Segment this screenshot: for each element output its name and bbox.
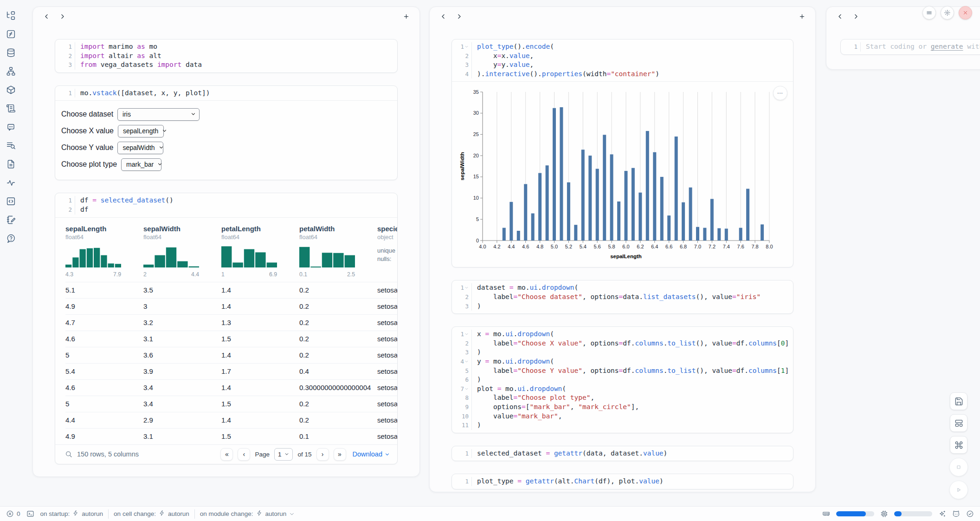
menu-button[interactable]	[922, 6, 936, 20]
table-cell: 3.1	[143, 335, 221, 343]
prev-page-button[interactable]: ‹	[238, 448, 250, 461]
column-header-sepalLength[interactable]: sepalLength	[65, 225, 143, 233]
layout-button[interactable]	[950, 414, 967, 432]
svg-text:6.2: 6.2	[637, 244, 644, 249]
connection-status-icon[interactable]	[966, 510, 974, 518]
sidebar-item-help[interactable]	[5, 232, 17, 244]
sidebar-item-activity[interactable]	[5, 176, 17, 189]
table-row: 4.63.41.40.30000000000000004setosa	[65, 379, 397, 396]
download-button[interactable]: Download	[353, 450, 390, 458]
code-line: 1Start coding or generate with AI	[841, 42, 980, 52]
table-cell: 3.9	[143, 367, 221, 375]
command-palette-button[interactable]	[950, 436, 967, 454]
table-cell: 4.9	[65, 432, 143, 440]
dataframe-output: sepalLength float64 4.37.9sepalWidth flo…	[55, 217, 397, 464]
column-header-sepalWidth[interactable]: sepalWidth	[143, 225, 221, 233]
code-editor-plottype[interactable]: 1plot_type = getattr(alt.Chart(df), plot…	[452, 474, 793, 489]
code-editor-empty[interactable]: 1Start coding or generate with AI	[841, 39, 980, 54]
settings-button[interactable]	[941, 6, 954, 20]
sidebar-item-snippets[interactable]	[5, 158, 17, 170]
code-editor-imports[interactable]: 1import marimo as mo2import altair as al…	[55, 39, 397, 72]
table-row: 5.43.91.70.4setosa	[65, 363, 397, 379]
code-editor-xyplot[interactable]: 1x = mo.ui.dropdown(2 label="Choose X va…	[452, 327, 793, 433]
code-line: 6)	[452, 375, 793, 384]
runtime-config-0[interactable]: on startup: autorun	[40, 510, 103, 518]
run-button[interactable]	[949, 481, 968, 499]
shutdown-button[interactable]	[959, 6, 972, 20]
sidebar-item-dependency-graph[interactable]	[5, 65, 17, 77]
chevron-down-icon	[289, 511, 295, 517]
choose-x-value-select[interactable]: sepalLength	[118, 125, 164, 137]
fold-chevron-icon[interactable]	[464, 384, 469, 394]
cpu-usage-meter	[894, 511, 932, 516]
choose-dataset-select[interactable]: iris	[117, 108, 200, 121]
sidebar-item-scroll[interactable]	[5, 102, 17, 114]
table-cell: setosa	[377, 319, 397, 326]
code-line: 3)	[452, 302, 793, 311]
altair-bar-chart[interactable]: 4.04.24.44.64.85.05.25.45.65.86.06.26.46…	[458, 87, 787, 263]
add-cell-icon[interactable]	[402, 12, 410, 20]
sidebar-item-code-block[interactable]	[5, 195, 17, 207]
code-line: 2 label="Choose dataset", options=data.l…	[452, 293, 793, 302]
chevron-right-icon[interactable]	[851, 12, 860, 20]
code-editor-df[interactable]: 1df = selected_dataset()2df	[55, 193, 397, 217]
last-page-button[interactable]: »	[334, 448, 346, 461]
code-line: 4).interactive().properties(width="conta…	[452, 70, 793, 79]
column-header-petalWidth[interactable]: petalWidth	[299, 225, 377, 233]
chevron-left-icon[interactable]	[439, 12, 447, 20]
runtime-config-1[interactable]: on cell change: autorun	[114, 510, 189, 518]
chevron-left-icon[interactable]	[42, 12, 51, 20]
fold-chevron-icon[interactable]	[464, 283, 469, 293]
choose-y-value-select[interactable]: sepalWidth	[117, 142, 163, 154]
table-cell: setosa	[377, 384, 397, 391]
next-page-button[interactable]: ›	[316, 448, 329, 461]
log-search-icon	[6, 141, 16, 150]
file-tree-icon	[6, 11, 16, 20]
fold-chevron-icon[interactable]	[464, 42, 469, 52]
search-icon[interactable]	[65, 450, 72, 458]
sidebar-item-functions[interactable]	[5, 28, 17, 40]
ai-sparkles-icon[interactable]	[938, 510, 946, 518]
page-select[interactable]: 1	[274, 448, 293, 461]
choose-plot-type-select[interactable]: mark_bar	[121, 158, 161, 171]
fold-chevron-icon[interactable]	[464, 357, 469, 366]
save-button[interactable]	[950, 392, 967, 410]
error-indicator[interactable]: 0	[6, 510, 20, 518]
code-editor-vstack[interactable]: 1mo.vstack([dataset, x, y, plot])	[55, 86, 397, 101]
snippets-icon	[6, 159, 16, 169]
code-line: 10 value="mark_bar",	[452, 412, 793, 421]
code-editor-plot[interactable]: 1plot_type().encode(2 x=x.value,3 y=y.va…	[452, 39, 793, 81]
stop-button[interactable]	[949, 458, 968, 476]
code-line: 3)	[452, 348, 793, 357]
sidebar-item-scratchpad[interactable]	[5, 214, 17, 226]
first-page-button[interactable]: «	[220, 448, 233, 461]
table-cell: 0.2	[299, 319, 377, 326]
code-editor-dataset[interactable]: 1dataset = mo.ui.dropdown(2 label="Choos…	[452, 280, 793, 313]
activity-sidebar	[0, 0, 22, 515]
cat-icon[interactable]	[952, 510, 960, 518]
chevron-right-icon[interactable]	[58, 12, 66, 20]
sidebar-item-package[interactable]	[5, 84, 17, 96]
sidebar-item-database[interactable]	[5, 46, 17, 59]
code-line: 8 label="Choose plot type",	[452, 393, 793, 403]
code-block-icon	[6, 196, 16, 206]
fold-chevron-icon[interactable]	[464, 330, 469, 339]
table-cell: 0.1	[299, 432, 377, 440]
runtime-config-2[interactable]: on module change: autorun	[200, 510, 295, 518]
code-editor-selected[interactable]: 1selected_dataset = getattr(data, datase…	[452, 446, 793, 461]
data-table: sepalLength float64 4.37.9sepalWidth flo…	[55, 218, 397, 444]
sidebar-item-file-tree[interactable]	[5, 9, 17, 21]
sidebar-item-bot-chat[interactable]	[5, 121, 17, 133]
table-cell: 1.4	[221, 302, 299, 310]
sidebar-item-log-search[interactable]	[5, 139, 17, 151]
chevron-left-icon[interactable]	[836, 12, 844, 20]
terminal-icon[interactable]	[26, 510, 34, 518]
chevron-right-icon[interactable]	[455, 12, 463, 20]
code-line: 2df	[55, 205, 397, 215]
column-header-species[interactable]: species	[377, 225, 397, 233]
table-cell: 5	[65, 400, 143, 408]
circle-x-icon	[6, 510, 14, 518]
column-header-petalLength[interactable]: petalLength	[221, 225, 299, 233]
add-cell-icon[interactable]	[798, 12, 806, 20]
svg-text:5.6: 5.6	[594, 244, 601, 249]
